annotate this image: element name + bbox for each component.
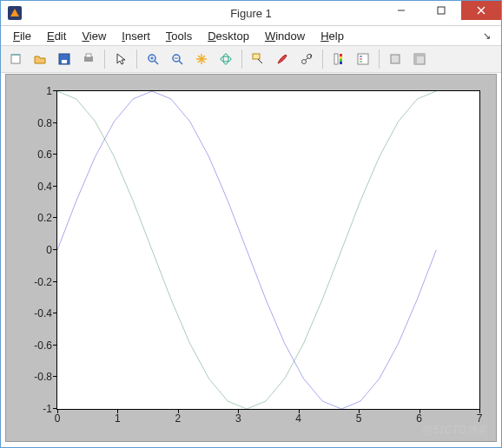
menu-view[interactable]: View	[75, 28, 113, 44]
y-tick-label: -0.8	[34, 371, 57, 383]
svg-rect-2	[438, 7, 445, 14]
zoom-in-icon	[146, 52, 160, 66]
svg-rect-7	[62, 60, 67, 63]
svg-rect-26	[340, 54, 342, 56]
y-tick-mark	[53, 122, 57, 123]
axes-container: -1-0.8-0.6-0.4-0.200.20.40.60.8101234567	[56, 90, 480, 410]
svg-point-18	[223, 54, 228, 64]
x-tick-mark	[419, 409, 420, 413]
y-tick-label: 0.4	[37, 181, 57, 193]
figure-window: Figure 1 FileEditViewInsertToolsDesktopW…	[0, 0, 502, 448]
svg-line-15	[179, 61, 182, 64]
titlebar[interactable]: Figure 1	[1, 1, 501, 26]
insert-colorbar-button[interactable]	[327, 48, 350, 70]
minimize-button[interactable]	[381, 1, 421, 20]
brush-button[interactable]	[271, 48, 294, 70]
svg-rect-24	[334, 54, 338, 64]
svg-rect-5	[11, 55, 20, 63]
y-tick-mark	[53, 281, 57, 282]
print-icon	[82, 52, 96, 66]
figure-canvas: -1-0.8-0.6-0.4-0.200.20.40.60.8101234567…	[5, 74, 497, 442]
y-tick-label: -0.2	[34, 276, 57, 288]
svg-rect-27	[340, 56, 342, 59]
toolbar-separator	[104, 49, 105, 69]
y-tick-mark	[53, 90, 57, 91]
insert-legend-button[interactable]	[352, 48, 374, 70]
new-figure-icon	[9, 52, 23, 66]
menubar: FileEditViewInsertToolsDesktopWindowHelp…	[1, 26, 501, 45]
series-sin(x)	[57, 91, 436, 409]
toolbar	[1, 45, 501, 73]
y-tick-label: 1	[46, 85, 57, 97]
y-tick-mark	[53, 313, 57, 313]
y-tick-mark	[53, 345, 57, 346]
menu-file[interactable]: File	[6, 28, 38, 44]
y-tick-mark	[53, 154, 57, 155]
svg-rect-28	[340, 59, 342, 62]
menu-window[interactable]: Window	[258, 28, 312, 44]
open-icon	[33, 52, 47, 66]
zoom-in-button[interactable]	[142, 48, 164, 70]
svg-rect-29	[340, 62, 342, 64]
zoom-out-button[interactable]	[166, 48, 188, 70]
show-plot-tools-button[interactable]	[408, 48, 431, 70]
watermark: @51CTO博客	[422, 423, 487, 438]
svg-rect-34	[391, 55, 400, 63]
maximize-button[interactable]	[421, 1, 461, 20]
window-buttons	[381, 1, 501, 20]
svg-line-11	[155, 61, 158, 64]
pan-icon	[195, 52, 208, 66]
dock-icon[interactable]: ↘	[476, 29, 496, 43]
y-tick-label: -0.6	[34, 339, 57, 352]
x-tick-mark	[299, 409, 300, 413]
svg-rect-9	[86, 54, 91, 57]
hide-plot-tools-button[interactable]	[384, 48, 406, 70]
new-figure-button[interactable]	[4, 48, 27, 70]
y-tick-label: -0.4	[34, 307, 57, 320]
menu-insert[interactable]: Insert	[115, 28, 157, 44]
insert-legend-icon	[356, 52, 370, 66]
brush-icon	[275, 52, 289, 66]
link-button[interactable]	[295, 48, 318, 70]
x-tick-mark	[178, 409, 179, 413]
save-button[interactable]	[53, 48, 76, 70]
plot-lines	[57, 91, 479, 409]
x-tick-mark	[117, 409, 118, 413]
close-button[interactable]	[461, 1, 501, 20]
y-tick-mark	[53, 376, 57, 377]
svg-line-23	[306, 58, 308, 61]
pointer-button[interactable]	[109, 48, 132, 70]
y-tick-mark	[53, 217, 57, 218]
save-icon	[57, 52, 71, 66]
menu-tools[interactable]: Tools	[159, 28, 199, 44]
y-tick-label: 0.2	[37, 212, 57, 224]
y-tick-label: 0.6	[37, 148, 57, 161]
x-tick-mark	[479, 409, 480, 413]
y-tick-mark	[53, 186, 57, 187]
pointer-icon	[114, 52, 128, 66]
pan-button[interactable]	[190, 48, 213, 70]
toolbar-separator	[379, 49, 380, 69]
svg-rect-19	[253, 54, 260, 59]
x-tick-mark	[238, 409, 239, 413]
axes[interactable]: -1-0.8-0.6-0.4-0.200.20.40.60.8101234567	[56, 90, 480, 410]
rotate-3d-button[interactable]	[215, 48, 237, 70]
svg-point-17	[221, 56, 231, 62]
rotate-3d-icon	[219, 52, 233, 66]
hide-plot-tools-icon	[388, 52, 402, 66]
show-plot-tools-icon	[413, 52, 426, 66]
data-cursor-button[interactable]	[247, 48, 269, 70]
menu-edit[interactable]: Edit	[40, 28, 73, 44]
data-cursor-icon	[251, 52, 265, 66]
toolbar-separator	[241, 49, 242, 69]
print-button[interactable]	[77, 48, 100, 70]
svg-rect-30	[358, 54, 368, 64]
open-button[interactable]	[29, 48, 51, 70]
toolbar-separator	[322, 49, 323, 69]
menu-help[interactable]: Help	[314, 28, 351, 44]
zoom-out-icon	[170, 52, 184, 66]
svg-rect-37	[414, 54, 425, 56]
menu-desktop[interactable]: Desktop	[201, 28, 256, 44]
x-tick-mark	[359, 409, 360, 413]
x-tick-mark	[57, 409, 58, 413]
